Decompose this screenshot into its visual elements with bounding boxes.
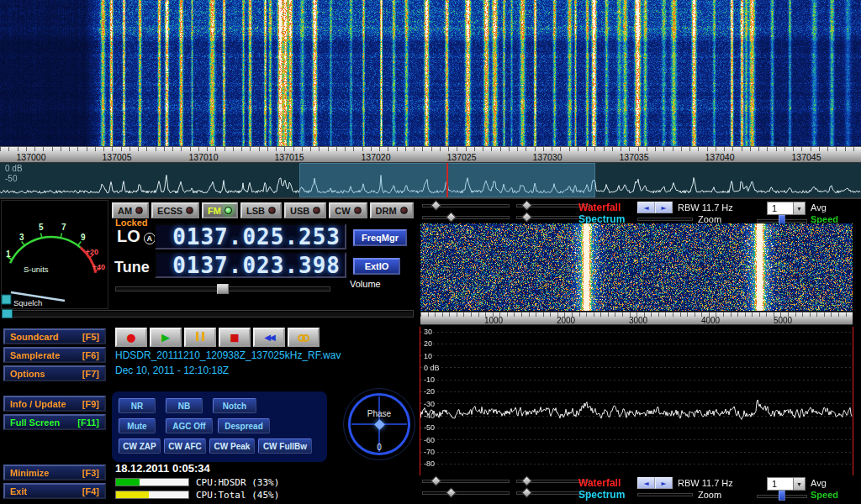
nb-button[interactable]: NB <box>166 398 203 413</box>
cw-fullbw-button[interactable]: CW FullBw <box>258 438 312 454</box>
spectrum-db-top-label: 0 dB <box>5 164 23 173</box>
zoom-label: Zoom <box>698 490 721 500</box>
cpu-hdsdr-label: CPU:HDSDR (33%) <box>196 477 279 488</box>
samplerate-button[interactable]: Samplerate[F6] <box>3 347 106 363</box>
main-waterfall-display[interactable] <box>0 0 861 146</box>
options-button[interactable]: Options[F7] <box>3 365 106 381</box>
tuning-slider-thumb[interactable] <box>217 284 229 294</box>
button-label: Samplerate <box>10 350 60 360</box>
squelch-marker[interactable] <box>2 295 11 304</box>
record-button[interactable]: ● <box>115 328 147 347</box>
avg-select[interactable]: 1 ▼ <box>767 202 806 215</box>
waterfall-label: Waterfall <box>578 202 621 213</box>
playback-controls: ● ▶ ■ ◀◀ <box>115 328 320 347</box>
mode-fm-button[interactable]: FM <box>202 202 238 218</box>
cw-afc-button[interactable]: CW AFC <box>164 438 206 454</box>
mode-label: ECSS <box>157 206 182 216</box>
phase-label: Phase <box>344 409 415 418</box>
pause-button[interactable] <box>184 328 216 347</box>
soundcard-button[interactable]: Soundcard[F5] <box>3 328 106 344</box>
fullscreen-button[interactable]: Full Screen[F11] <box>3 414 106 430</box>
mode-cw-button[interactable]: CW <box>329 202 367 218</box>
mode-usb-button[interactable]: USB <box>284 202 326 218</box>
zoomed-waterfall-display[interactable] <box>420 223 853 311</box>
zoom-slider-track[interactable] <box>637 218 693 221</box>
volume-slider-track[interactable] <box>2 310 414 318</box>
main-spectrum-display[interactable]: 0 dB -50 <box>0 163 861 197</box>
db-axis-label: -50 <box>424 423 435 432</box>
s-meter-over-label: +40 <box>92 263 105 271</box>
mode-led-icon <box>400 207 408 214</box>
cw-zap-button[interactable]: CW ZAP <box>119 438 161 454</box>
recording-filename: HDSDR_20111210_120938Z_137025kHz_RF.wav <box>115 349 341 361</box>
lo-frequency-display[interactable]: 0137.025.253 <box>155 223 346 249</box>
spectrum-brightness-track[interactable] <box>422 216 510 219</box>
zoom-in-button[interactable]: ► <box>655 202 673 213</box>
exit-button[interactable]: Exit[F4] <box>3 483 106 499</box>
mode-label: CW <box>335 206 350 216</box>
mode-am-button[interactable]: AM <box>112 202 149 218</box>
mute-button[interactable]: Mute <box>119 418 156 433</box>
avg-select[interactable]: 1 ▼ <box>767 477 806 491</box>
zoom-slider-track[interactable] <box>637 493 693 496</box>
s-meter-number: 3 <box>19 233 24 242</box>
volume-slider-thumb[interactable] <box>2 309 13 318</box>
notch-button[interactable]: Notch <box>213 398 256 413</box>
freq-tick-label: 4000 <box>701 316 720 325</box>
main-frequency-scale[interactable]: 137000 137005 137010 137015 137020 13702… <box>0 146 861 163</box>
zoom-right-icon: ► <box>661 204 666 212</box>
zoom-left-icon: ◄ <box>643 480 648 487</box>
s-units-label: S-units <box>24 265 49 274</box>
agc-off-button[interactable]: AGC Off <box>166 418 213 433</box>
mode-drm-button[interactable]: DRM <box>370 202 414 218</box>
s-meter-over-label: +20 <box>86 248 98 256</box>
db-axis-label: 20 <box>424 339 432 348</box>
cw-peak-button[interactable]: CW Peak <box>209 438 255 454</box>
select-dropdown-icon[interactable]: ▼ <box>793 202 805 214</box>
zoom-arrows: ◄ ► <box>637 202 673 213</box>
pause-icon <box>194 331 206 344</box>
stop-button[interactable]: ■ <box>219 328 251 347</box>
tune-frequency-display[interactable]: 0137.023.398 <box>155 252 346 278</box>
avg-label: Avg <box>811 478 827 488</box>
minimize-button[interactable]: Minimize[F3] <box>3 465 106 480</box>
freq-tick-label: 137020 <box>361 152 390 162</box>
rewind-button[interactable]: ◀◀ <box>253 328 285 347</box>
freq-tick-label: 137035 <box>619 152 648 162</box>
freq-tick-label: 1000 <box>484 316 503 325</box>
extio-button[interactable]: ExtIO <box>353 258 400 275</box>
nr-button[interactable]: NR <box>119 398 156 413</box>
freq-tick-label: 3000 <box>629 316 647 325</box>
zoom-out-button[interactable]: ◄ <box>637 477 655 489</box>
despread-button[interactable]: Despread <box>218 418 270 433</box>
datetime-display: 18.12.2011 0:05:34 <box>115 462 210 475</box>
mode-ecss-button[interactable]: ECSS <box>151 202 199 218</box>
zoom-out-button[interactable]: ◄ <box>637 202 655 213</box>
select-dropdown-icon[interactable]: ▼ <box>793 478 805 490</box>
zoom-in-button[interactable]: ► <box>655 477 673 489</box>
info-update-button[interactable]: Info / Update[F9] <box>3 396 106 412</box>
lo-label: LO <box>117 228 140 244</box>
volume-label: Volume <box>350 279 381 289</box>
cpu-total-label: CPU:Total (45%) <box>196 490 279 501</box>
stop-icon: ■ <box>230 332 239 344</box>
freq-tick-label: 137025 <box>446 152 476 162</box>
zoomed-frequency-scale[interactable]: 1000 2000 3000 4000 5000 <box>420 312 853 325</box>
tune-cursor[interactable] <box>446 163 448 197</box>
button-label: Minimize <box>10 468 49 478</box>
speed-slider-thumb[interactable] <box>779 491 785 501</box>
freq-tick-label: 137045 <box>791 152 821 162</box>
db-axis-label: -70 <box>424 448 435 456</box>
button-key: [F4] <box>82 486 99 496</box>
zoomed-spectrum-display[interactable] <box>420 327 853 475</box>
zoom-left-icon: ◄ <box>643 204 648 212</box>
s-meter-number: 9 <box>81 233 86 242</box>
freqmgr-button[interactable]: FreqMgr <box>353 229 407 246</box>
dropdown-arrow-icon: ▼ <box>796 206 802 212</box>
spectrum-brightness-track[interactable] <box>422 491 510 495</box>
play-button[interactable]: ▶ <box>150 328 182 347</box>
mode-lsb-button[interactable]: LSB <box>240 202 282 218</box>
lo-label-group: LO A <box>117 228 156 244</box>
lock-badge-icon[interactable]: A <box>144 233 156 244</box>
loop-button[interactable] <box>288 328 320 347</box>
